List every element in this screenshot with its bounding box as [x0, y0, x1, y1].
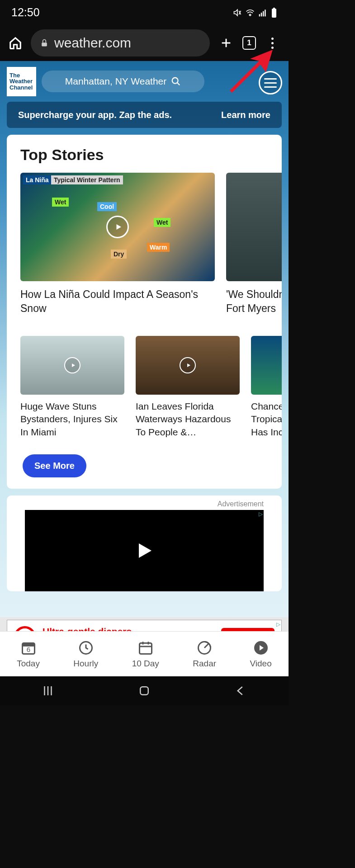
- ad-card: Advertisement ▷: [7, 495, 282, 591]
- recents-button[interactable]: [41, 684, 55, 698]
- site-menu-button[interactable]: [259, 71, 282, 94]
- story-item[interactable]: 'We Shouldn Fort Myers: [226, 173, 282, 316]
- calendar-icon: [137, 640, 154, 656]
- status-icons: [233, 8, 277, 18]
- promo-banner[interactable]: Supercharge your app. Zap the ads. Learn…: [7, 102, 282, 128]
- back-button[interactable]: [234, 684, 247, 698]
- small-stories-row[interactable]: Huge Wave Stuns Bystanders, Injures Six …: [7, 336, 282, 439]
- signal-icon: [258, 8, 267, 17]
- menu-dots-icon: [271, 38, 274, 40]
- adchoices-icon[interactable]: ▷: [276, 621, 280, 627]
- see-more-button[interactable]: See More: [23, 454, 86, 477]
- weather-channel-logo[interactable]: The Weather Channel: [7, 67, 36, 96]
- ad-video[interactable]: ▷: [25, 510, 264, 591]
- wifi-icon: [246, 8, 255, 17]
- lock-icon: [40, 38, 49, 47]
- tabs-button[interactable]: 1: [242, 36, 256, 50]
- chrome-toolbar: weather.com 1: [0, 25, 289, 61]
- story-title: Ian Leaves Florida Waterways Hazardous T…: [136, 400, 240, 439]
- story-title: Chance Tropica Has Inc: [251, 400, 282, 439]
- play-icon: [133, 540, 155, 561]
- story-item[interactable]: Ian Leaves Florida Waterways Hazardous T…: [136, 336, 240, 439]
- clock-icon: [78, 640, 94, 656]
- nav-radar[interactable]: Radar: [193, 640, 216, 669]
- svg-rect-3: [265, 9, 266, 16]
- story-title: Huge Wave Stuns Bystanders, Injures Six …: [20, 400, 124, 439]
- svg-point-7: [172, 78, 178, 84]
- svg-rect-2: [263, 11, 264, 16]
- nav-10day[interactable]: 10 Day: [132, 640, 159, 669]
- location-search[interactable]: Manhattan, NY Weather: [42, 71, 204, 92]
- site-header: The Weather Channel Manhattan, NY Weathe…: [0, 61, 289, 102]
- svg-rect-6: [42, 42, 47, 46]
- nav-hourly[interactable]: Hourly: [73, 640, 98, 669]
- mute-icon: [233, 8, 242, 17]
- svg-rect-15: [140, 687, 148, 695]
- adchoices-icon[interactable]: ▷: [259, 511, 263, 517]
- nav-today[interactable]: 6 Today: [17, 640, 40, 669]
- status-time: 12:50: [11, 6, 40, 19]
- search-icon: [171, 76, 181, 86]
- url-text: weather.com: [54, 35, 131, 51]
- story-title: How La Niña Could Impact A Season's Snow: [20, 288, 215, 316]
- radar-icon: [196, 640, 213, 656]
- story-thumbnail: [136, 336, 240, 395]
- play-icon: [180, 357, 196, 373]
- story-title: 'We Shouldn Fort Myers: [226, 288, 282, 316]
- tab-count: 1: [247, 38, 251, 47]
- nav-video[interactable]: Video: [250, 640, 271, 669]
- story-thumbnail: [20, 336, 124, 395]
- address-bar[interactable]: weather.com: [31, 29, 210, 57]
- android-nav-bar: [0, 676, 289, 705]
- promo-text: Supercharge your app. Zap the ads.: [18, 110, 172, 120]
- svg-rect-1: [261, 13, 262, 16]
- top-stories-card: Top Stories La Niña Typical Winter Patte…: [7, 135, 282, 489]
- svg-rect-0: [259, 14, 260, 16]
- video-play-icon: [253, 640, 269, 656]
- promo-cta: Learn more: [221, 110, 270, 120]
- site-bottom-nav: 6 Today Hourly 10 Day Radar Video: [0, 631, 289, 676]
- home-button[interactable]: [137, 684, 151, 698]
- svg-rect-4: [272, 9, 276, 18]
- top-stories-heading: Top Stories: [7, 146, 282, 164]
- browser-menu-button[interactable]: [264, 35, 280, 51]
- svg-rect-5: [273, 8, 275, 9]
- webpage-content: The Weather Channel Manhattan, NY Weathe…: [0, 61, 289, 658]
- search-text: Manhattan, NY Weather: [65, 76, 167, 87]
- ad-label: Advertisement: [25, 500, 264, 508]
- browser-home-button[interactable]: [8, 36, 23, 50]
- story-item[interactable]: La Niña Typical Winter Pattern Wet Cool …: [20, 173, 215, 316]
- play-icon: [64, 357, 80, 373]
- story-thumbnail: La Niña Typical Winter Pattern Wet Cool …: [20, 173, 215, 281]
- story-item[interactable]: Huge Wave Stuns Bystanders, Injures Six …: [20, 336, 124, 439]
- story-item[interactable]: Chance Tropica Has Inc: [251, 336, 282, 439]
- new-tab-button[interactable]: [218, 35, 234, 51]
- svg-text:6: 6: [26, 646, 30, 653]
- story-thumbnail: [226, 173, 282, 281]
- main-stories-row[interactable]: La Niña Typical Winter Pattern Wet Cool …: [7, 173, 282, 316]
- home-icon: [9, 36, 22, 50]
- play-icon: [106, 216, 129, 238]
- android-status-bar: 12:50: [0, 0, 289, 25]
- story-thumbnail: [251, 336, 282, 395]
- plus-icon: [220, 37, 232, 49]
- battery-icon: [271, 8, 277, 18]
- svg-rect-12: [139, 643, 151, 654]
- calendar-today-icon: 6: [20, 640, 37, 656]
